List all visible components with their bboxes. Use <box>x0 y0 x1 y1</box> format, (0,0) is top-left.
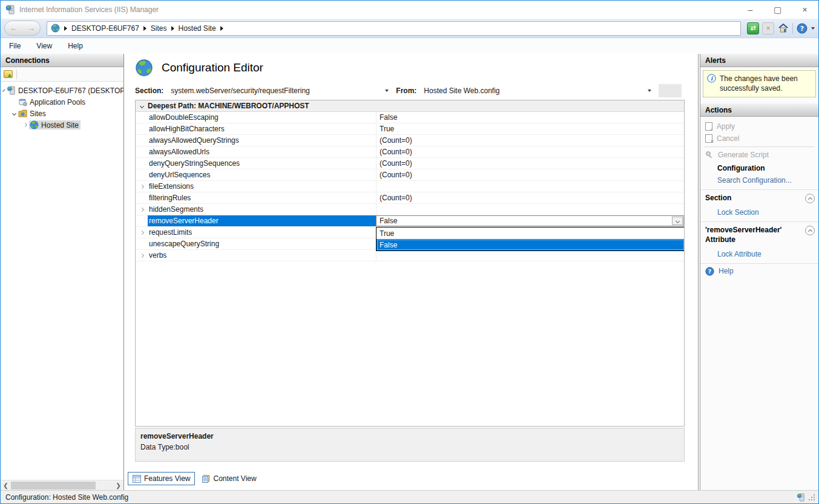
maximize-button[interactable]: ▢ <box>764 1 791 19</box>
expander-icon[interactable] <box>139 253 143 257</box>
lock-attribute-link[interactable]: Lock Attribute <box>700 247 818 264</box>
table-row-selected[interactable]: removeServerHeader False <box>136 215 684 227</box>
property-name[interactable]: allowHighBitCharacters <box>148 123 376 134</box>
menu-help[interactable]: Help <box>68 42 83 50</box>
table-row[interactable]: fileExtensions <box>136 181 684 192</box>
table-row[interactable]: hiddenSegments <box>136 204 684 215</box>
horizontal-scrollbar[interactable]: ❮ ❯ <box>1 480 123 490</box>
collapse-attribute-button[interactable] <box>805 226 815 235</box>
chevron-down-icon[interactable] <box>12 111 16 116</box>
save-connections-icon[interactable] <box>4 70 13 78</box>
property-name[interactable]: allowDoubleEscaping <box>148 112 376 123</box>
value-combobox[interactable]: False <box>376 215 684 226</box>
tree-item-label[interactable]: Sites <box>30 110 46 118</box>
configuration-editor-icon <box>135 59 153 77</box>
minimize-button[interactable]: – <box>737 1 764 19</box>
close-button[interactable]: × <box>791 1 818 19</box>
section-bar: Section: system.webServer/security/reque… <box>124 82 698 100</box>
property-value[interactable] <box>376 250 684 261</box>
menu-view[interactable]: View <box>36 42 52 50</box>
property-value[interactable] <box>376 181 684 192</box>
property-name[interactable]: alwaysAllowedUrls <box>148 146 376 157</box>
dropdown-option-false[interactable]: False <box>377 239 685 250</box>
tree-item-label[interactable]: Hosted Site <box>41 121 79 129</box>
property-value[interactable]: (Count=0) <box>376 135 684 146</box>
tree-item-sites[interactable]: Sites <box>1 108 123 119</box>
menu-file[interactable]: File <box>9 42 21 50</box>
tree-selection-highlight[interactable]: Hosted Site <box>29 120 81 129</box>
section-group-header: Section <box>700 189 818 206</box>
tab-features-view[interactable]: Features View <box>128 472 195 485</box>
section-dropdown[interactable]: system.webServer/security/requestFilteri… <box>167 84 392 97</box>
table-row[interactable]: filteringRules (Count=0) <box>136 192 684 204</box>
property-name[interactable]: fileExtensions <box>148 181 376 192</box>
property-name[interactable]: requestLimits <box>148 227 376 238</box>
property-name[interactable]: denyUrlSequences <box>148 169 376 180</box>
expander-icon[interactable] <box>139 184 143 188</box>
property-value[interactable]: (Count=0) <box>376 169 684 180</box>
breadcrumb-item-sites[interactable]: Sites <box>151 24 167 33</box>
collapse-section-button[interactable] <box>805 194 815 203</box>
property-name[interactable]: unescapeQueryString <box>148 238 376 249</box>
alert-message: The changes have been successfully saved… <box>720 74 812 93</box>
table-row[interactable]: alwaysAllowedUrls (Count=0) <box>136 146 684 158</box>
resize-grip[interactable] <box>809 494 815 500</box>
breadcrumb-item-hosted-site[interactable]: Hosted Site <box>179 24 216 33</box>
property-value[interactable]: (Count=0) <box>376 158 684 169</box>
table-row[interactable]: verbs <box>136 250 684 261</box>
back-button[interactable]: ← <box>10 24 18 33</box>
property-name-selected[interactable]: removeServerHeader <box>148 215 376 226</box>
property-name[interactable]: filteringRules <box>148 192 376 203</box>
table-row[interactable]: alwaysAllowedQueryStrings (Count=0) <box>136 135 684 146</box>
home-button[interactable] <box>777 22 789 34</box>
property-name[interactable]: alwaysAllowedQueryStrings <box>148 135 376 146</box>
apply-icon: ✓ <box>705 122 712 131</box>
property-value[interactable]: (Count=0) <box>376 192 684 203</box>
table-row[interactable]: denyUrlSequences (Count=0) <box>136 169 684 181</box>
breadcrumb-item-server[interactable]: DESKTOP-E6UF767 <box>71 24 139 33</box>
tree-item-server[interactable]: DESKTOP-E6UF767 (DESKTOP- <box>1 85 123 96</box>
table-row[interactable]: allowHighBitCharacters True <box>136 123 684 135</box>
tree-item-application-pools[interactable]: Application Pools <box>1 96 123 108</box>
expander-icon[interactable] <box>139 230 143 234</box>
lock-section-link[interactable]: Lock Section <box>700 206 818 219</box>
dropdown-caret-icon <box>385 90 389 92</box>
table-row[interactable]: allowDoubleEscaping False <box>136 112 684 123</box>
scroll-right-icon[interactable]: ❯ <box>113 482 123 489</box>
help-dropdown-caret-icon[interactable] <box>811 27 815 30</box>
help-link[interactable]: ? Help <box>700 264 818 279</box>
tree-item-label[interactable]: Application Pools <box>30 98 85 106</box>
property-value[interactable]: False <box>376 112 684 123</box>
chevron-right-icon[interactable] <box>23 123 27 127</box>
combobox-dropdown-button[interactable] <box>672 217 683 225</box>
tree-item-label[interactable]: DESKTOP-E6UF767 (DESKTOP- <box>18 87 123 95</box>
expander-icon[interactable] <box>139 207 143 211</box>
property-value[interactable]: True <box>376 123 684 134</box>
property-value[interactable]: (Count=0) <box>376 146 684 157</box>
nav-back-forward: ← → <box>4 21 41 36</box>
status-bar: Configuration: Hosted Site Web.config <box>1 490 818 503</box>
help-icon: ? <box>705 267 714 276</box>
property-name[interactable]: hiddenSegments <box>148 204 376 215</box>
dropdown-option-true[interactable]: True <box>377 227 685 239</box>
connections-header: Connections <box>1 54 123 67</box>
scroll-left-icon[interactable]: ❮ <box>1 482 11 489</box>
property-name[interactable]: denyQueryStringSequences <box>148 158 376 169</box>
property-name[interactable]: verbs <box>148 250 376 261</box>
search-configuration-link[interactable]: Search Configuration... <box>700 174 818 187</box>
chevron-down-icon[interactable] <box>2 89 5 91</box>
scrollbar-thumb[interactable] <box>11 482 96 489</box>
property-description-box: removeServerHeader Data Type:bool <box>135 428 685 462</box>
grid-group-header[interactable]: Deepest Path: MACHINE/WEBROOT/APPHOST <box>136 100 684 112</box>
chevron-down-icon[interactable] <box>139 103 143 108</box>
breadcrumb[interactable]: DESKTOP-E6UF767 Sites Hosted Site <box>47 21 741 36</box>
refresh-button[interactable]: ⇄ <box>747 22 759 34</box>
from-dropdown[interactable]: Hosted Site Web.config <box>420 84 655 97</box>
tab-content-view[interactable]: Content View <box>197 473 260 485</box>
table-row[interactable]: denyQueryStringSequences (Count=0) <box>136 158 684 169</box>
property-value[interactable] <box>376 204 684 215</box>
help-button[interactable]: ? <box>796 22 808 34</box>
tree-item-hosted-site[interactable]: Hosted Site <box>1 119 123 131</box>
forward-button[interactable]: → <box>27 24 35 33</box>
site-globe-icon <box>30 120 39 129</box>
